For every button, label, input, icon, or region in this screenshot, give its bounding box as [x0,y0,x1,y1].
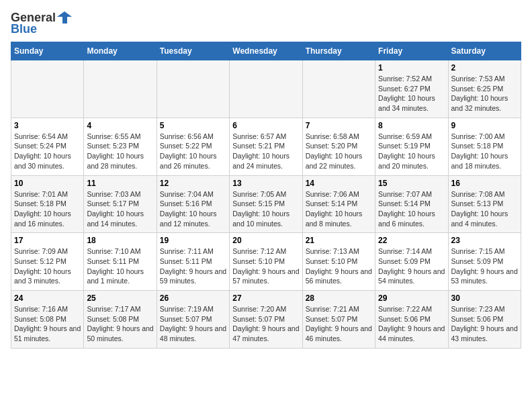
weekday-header-tuesday: Tuesday [157,42,229,60]
day-info: Sunrise: 6:57 AM Sunset: 5:21 PM Dayligh… [232,132,299,171]
day-number: 12 [160,179,226,188]
day-number: 30 [451,293,518,303]
calendar-cell: 30Sunrise: 7:23 AM Sunset: 5:06 PM Dayli… [448,291,521,349]
day-info: Sunrise: 7:12 AM Sunset: 5:10 PM Dayligh… [232,246,299,286]
calendar-cell: 16Sunrise: 7:08 AM Sunset: 5:13 PM Dayli… [448,175,521,233]
calendar-cell: 22Sunrise: 7:14 AM Sunset: 5:09 PM Dayli… [375,233,448,291]
day-info: Sunrise: 7:14 AM Sunset: 5:09 PM Dayligh… [378,246,445,286]
day-number: 19 [160,236,226,245]
calendar-week-row: 3Sunrise: 6:54 AM Sunset: 5:24 PM Daylig… [11,118,521,175]
day-number: 3 [14,121,81,130]
calendar-cell [84,60,157,118]
calendar-cell: 18Sunrise: 7:10 AM Sunset: 5:11 PM Dayli… [84,233,157,291]
day-number: 17 [14,236,81,245]
calendar-week-row: 1Sunrise: 7:52 AM Sunset: 6:27 PM Daylig… [11,60,521,118]
calendar-cell: 11Sunrise: 7:03 AM Sunset: 5:17 PM Dayli… [84,175,157,233]
day-info: Sunrise: 7:13 AM Sunset: 5:10 PM Dayligh… [306,246,372,286]
calendar-cell [302,60,375,118]
day-info: Sunrise: 7:20 AM Sunset: 5:07 PM Dayligh… [232,304,299,344]
calendar-cell: 4Sunrise: 6:55 AM Sunset: 5:23 PM Daylig… [84,118,157,175]
page-header: General Blue [11,11,521,36]
day-number: 26 [160,293,226,303]
calendar-cell: 12Sunrise: 7:04 AM Sunset: 5:16 PM Dayli… [157,175,229,233]
weekday-header-saturday: Saturday [448,42,521,60]
day-info: Sunrise: 7:01 AM Sunset: 5:18 PM Dayligh… [14,189,81,229]
calendar-cell: 10Sunrise: 7:01 AM Sunset: 5:18 PM Dayli… [11,175,84,233]
day-number: 11 [87,179,153,188]
day-info: Sunrise: 7:53 AM Sunset: 6:25 PM Dayligh… [451,74,518,113]
weekday-header-sunday: Sunday [11,42,84,60]
day-number: 10 [14,179,81,188]
day-info: Sunrise: 7:11 AM Sunset: 5:11 PM Dayligh… [160,246,226,286]
day-number: 2 [451,63,518,73]
day-number: 29 [378,293,445,303]
calendar-cell: 3Sunrise: 6:54 AM Sunset: 5:24 PM Daylig… [11,118,84,175]
calendar-cell: 15Sunrise: 7:07 AM Sunset: 5:14 PM Dayli… [375,175,448,233]
calendar-cell [157,60,229,118]
day-info: Sunrise: 7:05 AM Sunset: 5:15 PM Dayligh… [232,189,299,229]
day-number: 4 [87,121,153,130]
day-info: Sunrise: 7:15 AM Sunset: 5:09 PM Dayligh… [451,246,518,286]
calendar-cell: 17Sunrise: 7:09 AM Sunset: 5:12 PM Dayli… [11,233,84,291]
calendar-cell [11,60,84,118]
calendar-cell: 5Sunrise: 6:56 AM Sunset: 5:22 PM Daylig… [157,118,229,175]
logo-blue-text: Blue [11,22,37,36]
day-number: 21 [306,236,372,245]
calendar-table: SundayMondayTuesdayWednesdayThursdayFrid… [11,42,521,349]
day-info: Sunrise: 7:17 AM Sunset: 5:08 PM Dayligh… [87,304,153,344]
day-number: 6 [232,121,299,130]
day-info: Sunrise: 7:22 AM Sunset: 5:06 PM Dayligh… [378,304,445,344]
calendar-cell: 19Sunrise: 7:11 AM Sunset: 5:11 PM Dayli… [157,233,229,291]
day-info: Sunrise: 7:21 AM Sunset: 5:07 PM Dayligh… [306,304,372,344]
day-number: 28 [306,293,372,303]
day-number: 23 [451,236,518,245]
day-info: Sunrise: 7:06 AM Sunset: 5:14 PM Dayligh… [306,189,372,229]
day-number: 1 [378,63,445,73]
day-info: Sunrise: 7:10 AM Sunset: 5:11 PM Dayligh… [87,246,153,286]
logo-bird-icon [57,10,72,25]
calendar-week-row: 24Sunrise: 7:16 AM Sunset: 5:08 PM Dayli… [11,291,521,349]
svg-marker-0 [57,11,72,24]
calendar-cell: 9Sunrise: 7:00 AM Sunset: 5:18 PM Daylig… [448,118,521,175]
calendar-cell: 24Sunrise: 7:16 AM Sunset: 5:08 PM Dayli… [11,291,84,349]
day-info: Sunrise: 7:00 AM Sunset: 5:18 PM Dayligh… [451,132,518,171]
calendar-cell: 6Sunrise: 6:57 AM Sunset: 5:21 PM Daylig… [230,118,302,175]
day-info: Sunrise: 7:16 AM Sunset: 5:08 PM Dayligh… [14,304,81,344]
calendar-week-row: 10Sunrise: 7:01 AM Sunset: 5:18 PM Dayli… [11,175,521,233]
calendar-cell: 20Sunrise: 7:12 AM Sunset: 5:10 PM Dayli… [230,233,302,291]
day-info: Sunrise: 6:54 AM Sunset: 5:24 PM Dayligh… [14,132,81,171]
day-info: Sunrise: 6:56 AM Sunset: 5:22 PM Dayligh… [160,132,226,171]
day-number: 25 [87,293,153,303]
day-info: Sunrise: 7:08 AM Sunset: 5:13 PM Dayligh… [451,189,518,229]
calendar-cell: 27Sunrise: 7:20 AM Sunset: 5:07 PM Dayli… [230,291,302,349]
day-info: Sunrise: 7:19 AM Sunset: 5:07 PM Dayligh… [160,304,226,344]
day-number: 22 [378,236,445,245]
day-info: Sunrise: 6:58 AM Sunset: 5:20 PM Dayligh… [306,132,372,171]
calendar-cell: 1Sunrise: 7:52 AM Sunset: 6:27 PM Daylig… [375,60,448,118]
day-info: Sunrise: 6:59 AM Sunset: 5:19 PM Dayligh… [378,132,445,171]
day-info: Sunrise: 7:52 AM Sunset: 6:27 PM Dayligh… [378,74,445,113]
day-number: 16 [451,179,518,188]
day-number: 20 [232,236,299,245]
calendar-cell: 13Sunrise: 7:05 AM Sunset: 5:15 PM Dayli… [230,175,302,233]
day-number: 7 [306,121,372,130]
day-number: 27 [232,293,299,303]
calendar-cell: 25Sunrise: 7:17 AM Sunset: 5:08 PM Dayli… [84,291,157,349]
calendar-cell: 7Sunrise: 6:58 AM Sunset: 5:20 PM Daylig… [302,118,375,175]
day-info: Sunrise: 7:03 AM Sunset: 5:17 PM Dayligh… [87,189,153,229]
calendar-header-row: SundayMondayTuesdayWednesdayThursdayFrid… [11,42,521,60]
calendar-cell: 8Sunrise: 6:59 AM Sunset: 5:19 PM Daylig… [375,118,448,175]
calendar-cell [230,60,302,118]
day-number: 24 [14,293,81,303]
day-number: 14 [306,179,372,188]
calendar-cell: 2Sunrise: 7:53 AM Sunset: 6:25 PM Daylig… [448,60,521,118]
weekday-header-friday: Friday [375,42,448,60]
weekday-header-thursday: Thursday [302,42,375,60]
day-info: Sunrise: 7:04 AM Sunset: 5:16 PM Dayligh… [160,189,226,229]
calendar-cell: 26Sunrise: 7:19 AM Sunset: 5:07 PM Dayli… [157,291,229,349]
calendar-cell: 28Sunrise: 7:21 AM Sunset: 5:07 PM Dayli… [302,291,375,349]
calendar-week-row: 17Sunrise: 7:09 AM Sunset: 5:12 PM Dayli… [11,233,521,291]
calendar-cell: 14Sunrise: 7:06 AM Sunset: 5:14 PM Dayli… [302,175,375,233]
day-number: 15 [378,179,445,188]
calendar-cell: 29Sunrise: 7:22 AM Sunset: 5:06 PM Dayli… [375,291,448,349]
